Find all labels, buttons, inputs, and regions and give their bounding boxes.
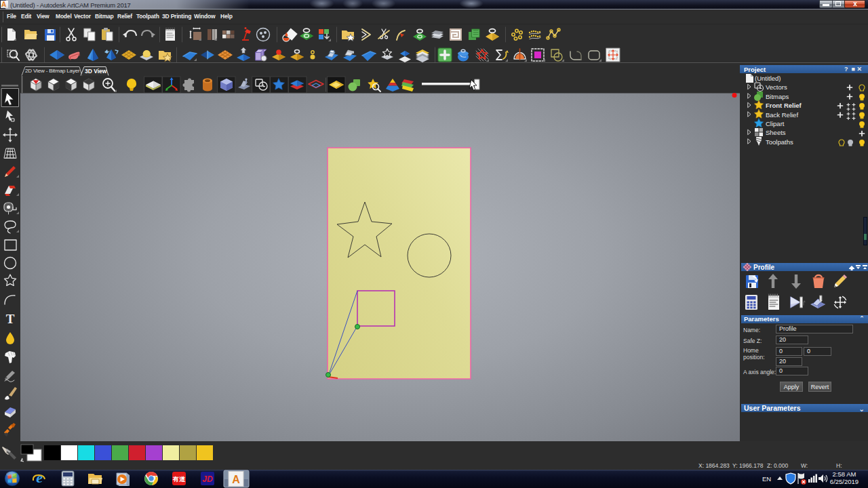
svg-text:有道: 有道 bbox=[172, 476, 186, 483]
svg-text:EN: EN bbox=[762, 475, 771, 483]
svg-text:JD: JD bbox=[202, 474, 213, 484]
svg-text:T: T bbox=[6, 312, 15, 326]
svg-text:e: e bbox=[36, 470, 43, 486]
svg-text:A: A bbox=[232, 474, 240, 485]
svg-text:6/25/2019: 6/25/2019 bbox=[830, 478, 859, 485]
svg-text:2:58 AM: 2:58 AM bbox=[833, 470, 856, 478]
